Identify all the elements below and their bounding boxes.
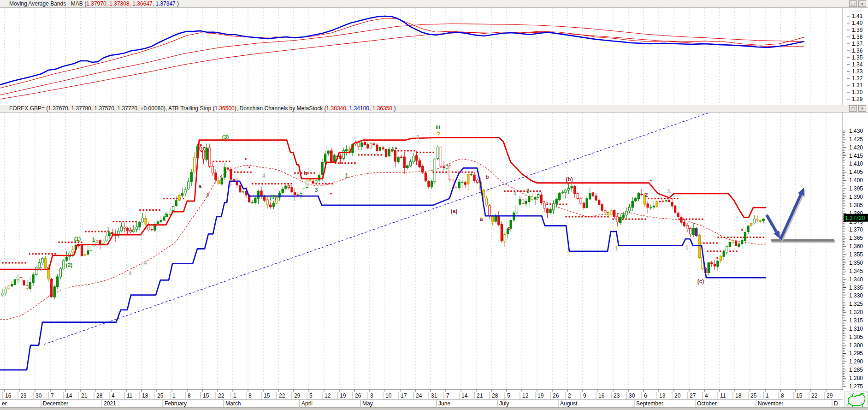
- month-label: D: [834, 400, 838, 407]
- wave-label: 3: [138, 222, 141, 229]
- axis-label: 1.29: [852, 96, 863, 102]
- last-price-tag: 1.37720: [845, 215, 865, 221]
- week-label: 17: [401, 392, 407, 399]
- axis-label: 1.310: [849, 326, 863, 332]
- week-label: 15: [796, 392, 803, 399]
- axis-label: 1.345: [849, 268, 863, 274]
- week-label: 7: [446, 392, 449, 399]
- restore-button[interactable]: □: [849, 0, 857, 7]
- panel2-title: FOREX GBP= (1.37670, 1.37780, 1.37570, 1…: [9, 105, 396, 112]
- week-label: 22: [811, 392, 818, 399]
- week-label: 16: [598, 392, 605, 399]
- wave-label: 1: [345, 172, 348, 179]
- panel2-titlebar[interactable]: FOREX GBP= (1.37670, 1.37780, 1.37570, 1…: [0, 105, 868, 113]
- close-button[interactable]: ×: [858, 0, 866, 7]
- wave-label: (1): [74, 236, 81, 242]
- week-label: 1: [172, 392, 176, 399]
- axis-label: 1.39: [852, 27, 863, 33]
- week-label: 1: [766, 392, 769, 399]
- week-label: 16: [5, 392, 12, 399]
- axis-label: 1.295: [849, 350, 863, 357]
- wave-label: 4: [262, 172, 266, 179]
- week-label: 12: [522, 392, 529, 399]
- week-label: 29: [294, 392, 301, 399]
- mab-series: [0, 16, 804, 99]
- axis-label: 1.40: [852, 20, 863, 26]
- wave-label: (2): [66, 262, 73, 268]
- wave-label: iii: [436, 124, 440, 131]
- panel1-titlebar[interactable]: Moving Average Bands - MAB (1.37970, 1.3…: [0, 0, 868, 8]
- axis-label: 1.280: [849, 375, 863, 381]
- week-label: 28: [96, 392, 103, 399]
- wave-label: 1: [615, 245, 618, 252]
- restore-button[interactable]: □: [849, 105, 857, 112]
- axis-label: 1.305: [849, 334, 863, 340]
- donchian-upper-line: [0, 137, 766, 269]
- candlesticks: [2, 137, 764, 299]
- week-label: 13: [659, 392, 666, 399]
- week-label: 24: [416, 392, 422, 399]
- wave-label: 3: [526, 188, 530, 194]
- week-label: 22: [218, 392, 224, 399]
- drawn-annotations[interactable]: [767, 188, 835, 242]
- series-close: [0, 16, 804, 85]
- title-segment-4: 1.34100,: [348, 105, 371, 112]
- axis-label: 1.365: [849, 235, 863, 241]
- axis-label: 1.275: [849, 383, 863, 390]
- axis-label: 1.405: [849, 169, 863, 175]
- week-label: 29: [827, 392, 833, 399]
- week-label: 18: [735, 392, 742, 399]
- week-label: 20: [674, 392, 681, 399]
- week-label: 8: [248, 392, 252, 399]
- wave-label: (b): [566, 176, 573, 183]
- axis-label: 1.33: [852, 68, 863, 75]
- week-label: 3: [370, 392, 373, 399]
- axis-label: 1.31: [852, 82, 863, 89]
- month-label: July: [499, 400, 509, 407]
- title-segment-1: 1.36500: [214, 105, 234, 112]
- week-label: 14: [66, 392, 72, 399]
- axis-label: 1.32: [852, 75, 863, 82]
- title-segment-6: ): [392, 105, 396, 112]
- month-label: February: [165, 400, 187, 407]
- metastock-bull-logo: [844, 391, 868, 408]
- up-arrow-shadow: [782, 196, 802, 240]
- wave-label: 1: [391, 146, 395, 152]
- week-label: 18: [142, 392, 148, 399]
- close-button[interactable]: ×: [858, 105, 866, 112]
- wave-label: c: [207, 191, 210, 198]
- mab-plot: [0, 8, 826, 104]
- horizontal-scrollbar[interactable]: [0, 407, 868, 410]
- axis-label: 1.285: [849, 367, 863, 373]
- wave-label: 3: [416, 134, 419, 141]
- wave-label: 1: [92, 237, 95, 243]
- wave-label: 1: [685, 244, 689, 251]
- week-label: 26: [553, 392, 559, 399]
- axis-label: 1.41: [852, 13, 863, 19]
- week-label: 8: [188, 392, 191, 399]
- axis-label: 1.395: [849, 185, 863, 192]
- week-label: 2: [568, 392, 571, 399]
- week-label: 23: [614, 392, 620, 399]
- axis-label: 1.410: [849, 160, 863, 167]
- month-label: November: [758, 400, 783, 407]
- forex-plot: 3(2)(1)134345ac(3)4(4)b3113iii?(a)abc43(…: [0, 113, 835, 390]
- month-label: August: [560, 400, 578, 407]
- wave-label: 3: [106, 226, 110, 232]
- week-label: 19: [340, 392, 346, 399]
- week-label: 26: [355, 392, 361, 399]
- panel2-price-axis: 1.4301.4251.4201.4151.4101.4051.4001.395…: [843, 113, 868, 390]
- week-label: 4: [112, 392, 115, 399]
- series-mab-middle: [0, 24, 804, 95]
- forex-chart-canvas[interactable]: 3(2)(1)134345ac(3)4(4)b3113iii?(a)abc43(…: [0, 113, 868, 410]
- axis-label: 1.400: [849, 177, 863, 184]
- axis-label: 1.290: [849, 358, 863, 365]
- mab-chart-canvas[interactable]: 1.411.401.391.381.371.361.351.341.331.32…: [0, 8, 868, 105]
- wave-label: b: [485, 174, 489, 180]
- title-segment-5: 1.36350: [371, 105, 392, 112]
- week-label: 15: [264, 392, 270, 399]
- month-label: March: [225, 400, 241, 407]
- panel1-title: Moving Average Bands - MAB (1.37970, 1.3…: [9, 0, 179, 7]
- axis-label: 1.37: [852, 41, 863, 47]
- week-label: 25: [750, 392, 757, 399]
